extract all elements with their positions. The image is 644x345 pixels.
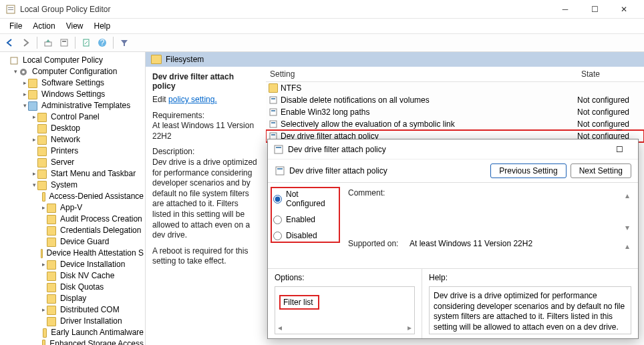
tree-item[interactable]: Server — [31, 157, 145, 168]
chevron-down-icon[interactable]: ▾ — [21, 100, 28, 111]
folder-icon — [47, 260, 56, 270]
folder-icon — [47, 215, 56, 224]
gear-icon — [19, 67, 28, 77]
tree-item[interactable]: Printers — [31, 145, 145, 157]
tree-item[interactable]: Device Health Attestation S — [40, 248, 145, 259]
scroll-right-icon[interactable]: ▸ — [408, 323, 412, 332]
menu-help[interactable]: Help — [89, 20, 116, 32]
svg-rect-1 — [8, 7, 13, 8]
col-state[interactable]: State — [577, 67, 644, 81]
tree-item[interactable]: ▸App-V — [40, 202, 145, 214]
back-button[interactable] — [3, 35, 17, 50]
dialog-minimize-button[interactable]: ─ — [606, 119, 633, 139]
comment-label: Comment: — [348, 188, 403, 198]
setting-icon — [269, 107, 278, 117]
folder-icon — [37, 158, 47, 167]
comment-field[interactable] — [410, 188, 617, 219]
tree-item[interactable]: Driver Installation — [40, 316, 145, 327]
tree-item[interactable]: ▸Distributed COM — [40, 304, 145, 316]
scroll-up-icon[interactable]: ▴ — [625, 191, 629, 200]
tree-computer-config[interactable]: ▾Computer Configuration — [12, 66, 145, 77]
radio-not-configured[interactable]: Not Configured — [273, 190, 336, 208]
chevron-right-icon[interactable]: ▸ — [21, 89, 28, 100]
policy-icon — [9, 56, 19, 65]
chevron-down-icon[interactable]: ▾ — [31, 180, 37, 191]
folder-icon — [151, 55, 162, 64]
menu-view[interactable]: View — [61, 20, 89, 32]
tree-admin-templates[interactable]: ▾Administrative Templates — [21, 100, 145, 111]
folder-icon — [28, 79, 37, 88]
chevron-right-icon[interactable]: ▸ — [21, 77, 28, 89]
properties-button[interactable] — [57, 35, 71, 50]
tree-item[interactable]: Early Launch Antimalware — [40, 327, 145, 338]
dialog-subtitle: Dev drive filter attach policy — [289, 166, 490, 176]
tree-item[interactable]: Display — [40, 293, 145, 304]
scroll-up-icon[interactable]: ▴ — [625, 242, 629, 251]
dialog-maximize-button[interactable]: ☐ — [606, 139, 633, 159]
list-row[interactable]: NTFS — [266, 82, 644, 94]
tree-item[interactable]: ▸Control Panel — [31, 111, 145, 123]
edit-policy-link[interactable]: policy setting. — [168, 95, 217, 104]
setting-icon — [269, 95, 278, 105]
menu-file[interactable]: File — [4, 20, 27, 32]
dialog-titlebar: Dev drive filter attach policy ─ ☐ ✕ — [268, 139, 638, 159]
list-row[interactable]: Disable delete notifications on all volu… — [266, 94, 644, 106]
filter-button[interactable] — [117, 35, 132, 50]
tree-item[interactable]: Device Guard — [40, 236, 145, 248]
tree-item[interactable]: ▸Device Installation — [40, 259, 145, 270]
dialog-title: Dev drive filter attach policy — [288, 145, 606, 154]
supported-value: At least Windows 11 Version 22H2 — [410, 239, 617, 248]
tree-item[interactable]: Disk Quotas — [40, 282, 145, 293]
chevron-right-icon[interactable]: ▸ — [31, 111, 37, 123]
chevron-right-icon[interactable]: ▸ — [40, 304, 47, 316]
radio-enabled[interactable]: Enabled — [273, 215, 336, 224]
tree-view[interactable]: Local Computer Policy ▾Computer Configur… — [0, 52, 146, 345]
svg-rect-12 — [270, 97, 277, 103]
tree-item[interactable]: Desktop — [31, 123, 145, 134]
forward-button[interactable] — [19, 35, 33, 50]
tree-root[interactable]: Local Computer Policy — [3, 55, 145, 66]
titlebar: Local Group Policy Editor ─ ☐ ✕ — [0, 0, 644, 19]
tree-item[interactable]: Disk NV Cache — [40, 270, 145, 282]
folder-icon — [37, 135, 47, 145]
tree-item[interactable]: Enhanced Storage Access — [40, 338, 145, 345]
export-button[interactable] — [79, 35, 94, 50]
tree-item[interactable]: ▾System — [31, 180, 145, 191]
tree-item[interactable]: Credentials Delegation — [40, 225, 145, 236]
scroll-left-icon[interactable]: ◂ — [278, 323, 282, 332]
chevron-right-icon[interactable]: ▸ — [40, 202, 47, 214]
radio-group: Not Configured Enabled Disabled — [268, 183, 341, 268]
folder-icon — [37, 124, 47, 133]
chevron-right-icon[interactable]: ▸ — [31, 168, 37, 180]
menu-action[interactable]: Action — [27, 20, 60, 32]
tree-item[interactable]: ▸Network — [31, 134, 145, 145]
up-button[interactable] — [41, 35, 55, 50]
list-row[interactable]: Selectively allow the evaluation of a sy… — [266, 118, 644, 130]
tree-item[interactable]: Audit Process Creation — [40, 214, 145, 225]
list-row[interactable]: Enable Win32 long pathsNot configured — [266, 106, 644, 118]
svg-rect-23 — [276, 147, 281, 148]
folder-icon — [47, 283, 56, 292]
svg-text:?: ? — [100, 38, 105, 47]
next-setting-button[interactable]: Next Setting — [571, 163, 631, 178]
close-button[interactable]: ✕ — [609, 0, 639, 19]
tree-item[interactable]: Access-Denied Assistance — [40, 191, 145, 202]
help-button[interactable]: ? — [95, 35, 110, 50]
tree-item[interactable]: ▸Start Menu and Taskbar — [31, 168, 145, 180]
svg-rect-24 — [276, 167, 284, 175]
radio-disabled[interactable]: Disabled — [273, 231, 336, 240]
chevron-right-icon[interactable]: ▸ — [40, 259, 47, 270]
col-setting[interactable]: Setting — [266, 67, 577, 81]
chevron-right-icon[interactable]: ▸ — [31, 134, 37, 145]
tree-windows-settings[interactable]: ▸Windows Settings — [21, 89, 145, 100]
maximize-button[interactable]: ☐ — [580, 0, 609, 19]
minimize-button[interactable]: ─ — [550, 0, 580, 19]
svg-rect-13 — [271, 98, 275, 99]
svg-rect-2 — [8, 9, 13, 10]
options-label: Options: — [275, 273, 415, 282]
previous-setting-button[interactable]: Previous Setting — [490, 163, 566, 178]
tree-software-settings[interactable]: ▸Software Settings — [21, 77, 145, 89]
chevron-down-icon[interactable]: ▾ — [12, 66, 19, 77]
svg-rect-4 — [61, 39, 67, 46]
scroll-down-icon[interactable]: ▾ — [625, 223, 629, 232]
